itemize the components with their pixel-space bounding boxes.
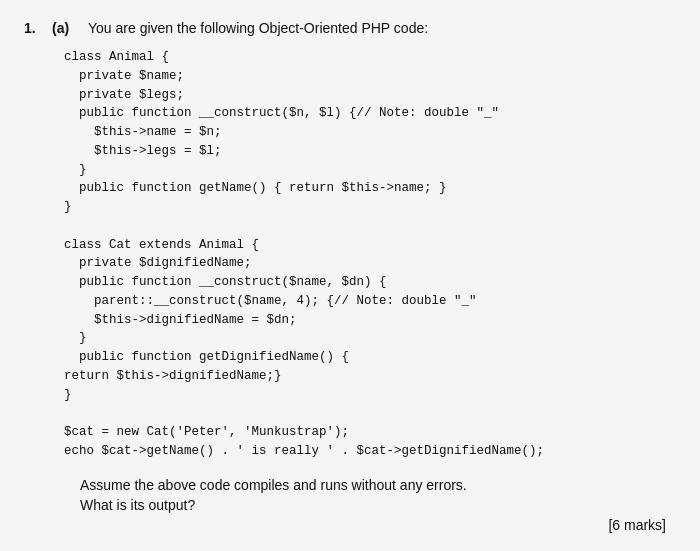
question-number: 1. bbox=[24, 20, 44, 36]
question-intro: You are given the following Object-Orien… bbox=[88, 20, 428, 36]
question-container: 1. (a) You are given the following Objec… bbox=[24, 20, 676, 533]
answer-section: Assume the above code compiles and runs … bbox=[80, 477, 676, 513]
php-code-block: class Animal { private $name; private $l… bbox=[64, 48, 676, 461]
marks-container: [6 marks] bbox=[24, 517, 676, 533]
question-text: What is its output? bbox=[80, 497, 676, 513]
question-part: (a) bbox=[52, 20, 80, 36]
assumption-text: Assume the above code compiles and runs … bbox=[80, 477, 676, 493]
marks-badge: [6 marks] bbox=[608, 517, 666, 533]
